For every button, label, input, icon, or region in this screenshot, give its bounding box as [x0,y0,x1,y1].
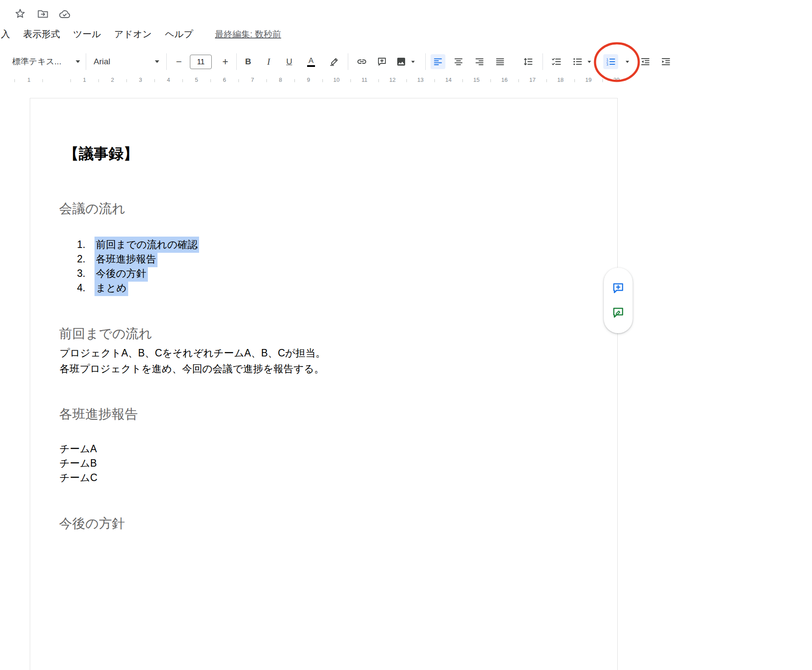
agenda-item[interactable]: 3.今後の方針 [77,266,199,281]
ruler-tick [238,79,239,82]
suggest-edits-icon [612,306,625,319]
agenda-item-text-selected[interactable]: 前回までの流れの確認 [94,237,199,253]
chevron-down-icon [155,60,159,63]
bold-button[interactable]: B [241,54,256,69]
agenda-item-text-selected[interactable]: 各班進捗報告 [94,251,158,267]
ruler-number: 11 [361,77,368,83]
menu-format[interactable]: 表示形式 [23,28,60,40]
menu-addons[interactable]: アドオン [114,28,152,40]
agenda-item[interactable]: 1.前回までの流れの確認 [77,237,199,252]
highlight-color-button[interactable] [326,54,341,69]
font-dropdown[interactable]: Arial [94,54,159,69]
team-line: チームC [60,471,98,485]
ruler-tick [98,79,99,82]
add-comment-button[interactable] [609,279,627,297]
heading-policy[interactable]: 今後の方針 [59,515,125,533]
chevron-down-icon[interactable] [588,61,591,63]
paragraph-style-dropdown[interactable]: 標準テキス... [12,54,80,69]
link-icon [357,56,367,67]
ruler-tick [70,79,71,82]
text-color-button[interactable]: A [304,54,318,69]
increase-font-size-button[interactable]: + [218,54,233,69]
move-button[interactable] [35,6,51,22]
decrease-indent-button[interactable] [638,54,653,69]
star-icon [14,7,27,21]
agenda-item-number: 1. [77,239,94,251]
agenda-item-number: 2. [77,253,94,265]
bold-icon: B [245,57,251,66]
ruler-tick [210,79,211,82]
last-edit-status[interactable]: 最終編集: 数秒前 [215,28,281,40]
insert-link-button[interactable] [354,54,369,69]
decrease-indent-icon [640,56,651,67]
ruler-number: 1 [27,77,30,83]
menubar-items: 入 表示形式 ツール アドオン ヘルプ [1,28,193,40]
underline-button[interactable]: U [282,54,297,69]
ruler-tick [518,79,519,82]
chevron-down-icon[interactable] [411,61,415,63]
ruler-tick [378,79,379,82]
insert-image-button[interactable] [394,54,409,69]
text-color-icon: A [307,57,315,67]
align-center-button[interactable] [451,54,466,69]
font-size-value: 11 [197,58,205,66]
increase-indent-button[interactable] [658,54,673,69]
ruler-tick [294,79,295,82]
agenda-item-number: 3. [77,268,94,279]
agenda-item-text-selected[interactable]: 今後の方針 [94,265,148,282]
minus-icon: − [176,57,182,67]
ruler-tick [182,79,183,82]
decrease-font-size-button[interactable]: − [172,54,186,69]
menubar: 入 表示形式 ツール アドオン ヘルプ 最終編集: 数秒前 [1,28,281,40]
ruler-tick [602,79,603,82]
history-line: 各班プロジェクトを進め、今回の会議で進捗を報告する。 [60,361,326,377]
font-size-input[interactable]: 11 [190,55,212,69]
insert-comment-button[interactable] [374,54,389,69]
align-left-button[interactable] [430,54,445,69]
ruler-number: 8 [279,77,282,83]
heading-progress[interactable]: 各班進捗報告 [59,405,138,423]
agenda-item[interactable]: 2.各班進捗報告 [77,252,199,266]
ruler-number: 15 [473,77,480,83]
suggest-edits-button[interactable] [609,304,627,321]
ruler-number: 1 [83,77,86,83]
align-right-icon [474,56,485,67]
menu-help[interactable]: ヘルプ [165,28,193,40]
paragraph-style-label: 標準テキス... [12,56,61,67]
star-button[interactable] [12,6,28,22]
checklist-button[interactable] [549,54,564,69]
agenda-list: 1.前回までの流れの確認2.各班進捗報告3.今後の方針4.まとめ [77,237,199,295]
history-paragraph[interactable]: プロジェクトA、B、CをそれぞれチームA、B、Cが担当。各班プロジェクトを進め、… [60,345,326,377]
align-right-button[interactable] [472,54,487,69]
chevron-down-icon[interactable] [626,61,629,63]
menu-tools[interactable]: ツール [73,28,101,40]
ruler-tick [322,79,323,82]
agenda-item[interactable]: 4.まとめ [77,281,199,295]
line-spacing-button[interactable] [521,54,536,69]
align-center-icon [453,56,464,67]
heading-history[interactable]: 前回までの流れ [59,325,152,343]
doc-title[interactable]: 【議事録】 [64,144,138,164]
document-page[interactable]: 【議事録】 会議の流れ 1.前回までの流れの確認2.各班進捗報告3.今後の方針4… [30,98,618,670]
menu-insert-partial[interactable]: 入 [1,28,10,40]
heading-agenda[interactable]: 会議の流れ [59,200,125,218]
toolbar-divider [425,53,426,70]
add-comment-icon [377,56,387,67]
highlighter-icon [329,56,339,67]
bulleted-list-button[interactable] [570,54,585,69]
ruler-number: 18 [557,77,564,83]
font-label: Arial [94,57,110,66]
ruler-number: 10 [333,77,340,83]
bulleted-list-icon [572,56,583,67]
align-justify-button[interactable] [493,54,508,69]
ruler-tick [574,79,575,82]
ruler[interactable]: 11234567891011121314151617181920 [0,75,812,87]
team-list[interactable]: チームAチームBチームC [60,442,98,485]
numbered-list-button[interactable]: 123 [603,54,618,69]
toolbar-divider [236,53,237,70]
toolbar-divider [166,53,167,70]
add-comment-icon [612,282,625,295]
agenda-item-text-selected[interactable]: まとめ [94,280,128,296]
save-status-button[interactable] [57,6,73,22]
italic-button[interactable]: I [261,54,276,69]
